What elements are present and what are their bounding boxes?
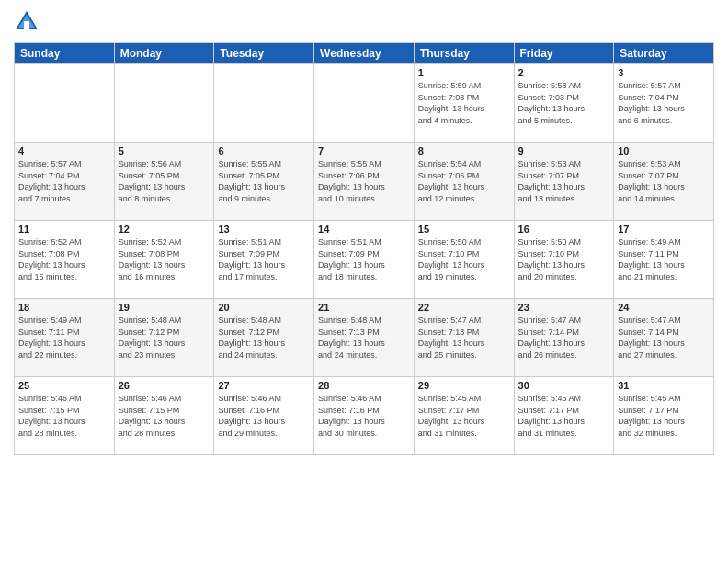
calendar-cell: 10Sunrise: 5:53 AM Sunset: 7:07 PM Dayli… <box>614 143 714 221</box>
day-number: 22 <box>418 302 510 313</box>
day-info: Sunrise: 5:51 AM Sunset: 7:09 PM Dayligh… <box>218 236 310 282</box>
weekday-header-sunday: Sunday <box>15 43 115 64</box>
calendar-cell: 26Sunrise: 5:46 AM Sunset: 7:15 PM Dayli… <box>114 377 214 455</box>
day-number: 16 <box>518 224 610 235</box>
day-number: 18 <box>18 302 110 313</box>
day-number: 30 <box>518 380 610 391</box>
day-info: Sunrise: 5:46 AM Sunset: 7:16 PM Dayligh… <box>218 393 310 439</box>
week-row-4: 18Sunrise: 5:49 AM Sunset: 7:11 PM Dayli… <box>15 299 714 377</box>
calendar-cell: 7Sunrise: 5:55 AM Sunset: 7:06 PM Daylig… <box>314 143 415 221</box>
day-number: 21 <box>318 302 410 313</box>
day-number: 19 <box>119 302 210 313</box>
calendar-cell: 5Sunrise: 5:56 AM Sunset: 7:05 PM Daylig… <box>114 143 214 221</box>
day-info: Sunrise: 5:51 AM Sunset: 7:09 PM Dayligh… <box>318 236 410 282</box>
weekday-header-tuesday: Tuesday <box>214 43 314 64</box>
day-info: Sunrise: 5:53 AM Sunset: 7:07 PM Dayligh… <box>618 158 710 204</box>
weekday-header-friday: Friday <box>514 43 614 64</box>
day-number: 12 <box>119 224 210 235</box>
day-number: 9 <box>518 145 610 156</box>
weekday-header-row: SundayMondayTuesdayWednesdayThursdayFrid… <box>15 43 714 64</box>
header <box>14 9 714 35</box>
svg-rect-2 <box>24 21 29 29</box>
day-info: Sunrise: 5:46 AM Sunset: 7:15 PM Dayligh… <box>119 393 210 439</box>
day-info: Sunrise: 5:52 AM Sunset: 7:08 PM Dayligh… <box>119 236 210 282</box>
calendar-cell: 3Sunrise: 5:57 AM Sunset: 7:04 PM Daylig… <box>614 64 714 143</box>
page: SundayMondayTuesdayWednesdayThursdayFrid… <box>0 0 728 563</box>
calendar-cell: 6Sunrise: 5:55 AM Sunset: 7:05 PM Daylig… <box>214 143 314 221</box>
day-info: Sunrise: 5:50 AM Sunset: 7:10 PM Dayligh… <box>518 236 610 282</box>
calendar-cell: 16Sunrise: 5:50 AM Sunset: 7:10 PM Dayli… <box>514 221 614 299</box>
calendar-cell: 22Sunrise: 5:47 AM Sunset: 7:13 PM Dayli… <box>414 299 514 377</box>
day-info: Sunrise: 5:49 AM Sunset: 7:11 PM Dayligh… <box>18 315 110 361</box>
calendar-cell: 15Sunrise: 5:50 AM Sunset: 7:10 PM Dayli… <box>414 221 514 299</box>
day-info: Sunrise: 5:53 AM Sunset: 7:07 PM Dayligh… <box>518 158 610 204</box>
day-info: Sunrise: 5:58 AM Sunset: 7:03 PM Dayligh… <box>518 80 610 126</box>
calendar-cell: 31Sunrise: 5:45 AM Sunset: 7:17 PM Dayli… <box>614 377 714 455</box>
day-number: 28 <box>318 380 410 391</box>
day-info: Sunrise: 5:54 AM Sunset: 7:06 PM Dayligh… <box>418 158 510 204</box>
week-row-1: 1Sunrise: 5:59 AM Sunset: 7:03 PM Daylig… <box>15 64 714 143</box>
calendar-cell <box>314 64 415 143</box>
calendar-cell: 19Sunrise: 5:48 AM Sunset: 7:12 PM Dayli… <box>114 299 214 377</box>
day-number: 20 <box>218 302 310 313</box>
day-number: 14 <box>318 224 410 235</box>
day-number: 29 <box>418 380 510 391</box>
calendar-cell: 30Sunrise: 5:45 AM Sunset: 7:17 PM Dayli… <box>514 377 614 455</box>
logo-icon <box>14 9 40 35</box>
day-number: 7 <box>318 145 410 156</box>
day-info: Sunrise: 5:45 AM Sunset: 7:17 PM Dayligh… <box>518 393 610 439</box>
day-number: 11 <box>18 224 110 235</box>
calendar-cell: 25Sunrise: 5:46 AM Sunset: 7:15 PM Dayli… <box>15 377 115 455</box>
day-info: Sunrise: 5:55 AM Sunset: 7:06 PM Dayligh… <box>318 158 410 204</box>
day-info: Sunrise: 5:46 AM Sunset: 7:16 PM Dayligh… <box>318 393 410 439</box>
day-info: Sunrise: 5:47 AM Sunset: 7:14 PM Dayligh… <box>618 315 710 361</box>
day-info: Sunrise: 5:48 AM Sunset: 7:13 PM Dayligh… <box>318 315 410 361</box>
calendar-cell <box>214 64 314 143</box>
calendar-cell: 27Sunrise: 5:46 AM Sunset: 7:16 PM Dayli… <box>214 377 314 455</box>
day-number: 10 <box>618 145 710 156</box>
day-info: Sunrise: 5:59 AM Sunset: 7:03 PM Dayligh… <box>418 80 510 126</box>
day-number: 26 <box>119 380 210 391</box>
calendar-cell <box>114 64 214 143</box>
calendar-cell: 11Sunrise: 5:52 AM Sunset: 7:08 PM Dayli… <box>15 221 115 299</box>
day-number: 1 <box>418 67 510 78</box>
day-number: 13 <box>218 224 310 235</box>
day-info: Sunrise: 5:45 AM Sunset: 7:17 PM Dayligh… <box>418 393 510 439</box>
weekday-header-thursday: Thursday <box>414 43 514 64</box>
day-info: Sunrise: 5:46 AM Sunset: 7:15 PM Dayligh… <box>18 393 110 439</box>
day-info: Sunrise: 5:45 AM Sunset: 7:17 PM Dayligh… <box>618 393 710 439</box>
calendar-cell: 8Sunrise: 5:54 AM Sunset: 7:06 PM Daylig… <box>414 143 514 221</box>
day-info: Sunrise: 5:57 AM Sunset: 7:04 PM Dayligh… <box>18 158 110 204</box>
calendar-cell: 1Sunrise: 5:59 AM Sunset: 7:03 PM Daylig… <box>414 64 514 143</box>
calendar-cell: 2Sunrise: 5:58 AM Sunset: 7:03 PM Daylig… <box>514 64 614 143</box>
day-number: 25 <box>18 380 110 391</box>
day-number: 31 <box>618 380 710 391</box>
day-info: Sunrise: 5:48 AM Sunset: 7:12 PM Dayligh… <box>218 315 310 361</box>
weekday-header-wednesday: Wednesday <box>314 43 415 64</box>
calendar-cell: 9Sunrise: 5:53 AM Sunset: 7:07 PM Daylig… <box>514 143 614 221</box>
weekday-header-saturday: Saturday <box>614 43 714 64</box>
week-row-2: 4Sunrise: 5:57 AM Sunset: 7:04 PM Daylig… <box>15 143 714 221</box>
day-number: 23 <box>518 302 610 313</box>
calendar-cell: 24Sunrise: 5:47 AM Sunset: 7:14 PM Dayli… <box>614 299 714 377</box>
calendar-cell: 23Sunrise: 5:47 AM Sunset: 7:14 PM Dayli… <box>514 299 614 377</box>
day-number: 2 <box>518 67 610 78</box>
day-info: Sunrise: 5:47 AM Sunset: 7:14 PM Dayligh… <box>518 315 610 361</box>
logo <box>14 9 43 35</box>
calendar-table: SundayMondayTuesdayWednesdayThursdayFrid… <box>14 42 714 455</box>
calendar-cell: 21Sunrise: 5:48 AM Sunset: 7:13 PM Dayli… <box>314 299 415 377</box>
day-number: 15 <box>418 224 510 235</box>
day-number: 17 <box>618 224 710 235</box>
calendar-cell: 14Sunrise: 5:51 AM Sunset: 7:09 PM Dayli… <box>314 221 415 299</box>
day-info: Sunrise: 5:47 AM Sunset: 7:13 PM Dayligh… <box>418 315 510 361</box>
day-info: Sunrise: 5:56 AM Sunset: 7:05 PM Dayligh… <box>119 158 210 204</box>
calendar-cell <box>15 64 115 143</box>
calendar-cell: 12Sunrise: 5:52 AM Sunset: 7:08 PM Dayli… <box>114 221 214 299</box>
day-number: 5 <box>119 145 210 156</box>
weekday-header-monday: Monday <box>114 43 214 64</box>
week-row-5: 25Sunrise: 5:46 AM Sunset: 7:15 PM Dayli… <box>15 377 714 455</box>
day-number: 3 <box>618 67 710 78</box>
day-number: 6 <box>218 145 310 156</box>
calendar-cell: 4Sunrise: 5:57 AM Sunset: 7:04 PM Daylig… <box>15 143 115 221</box>
calendar-cell: 20Sunrise: 5:48 AM Sunset: 7:12 PM Dayli… <box>214 299 314 377</box>
